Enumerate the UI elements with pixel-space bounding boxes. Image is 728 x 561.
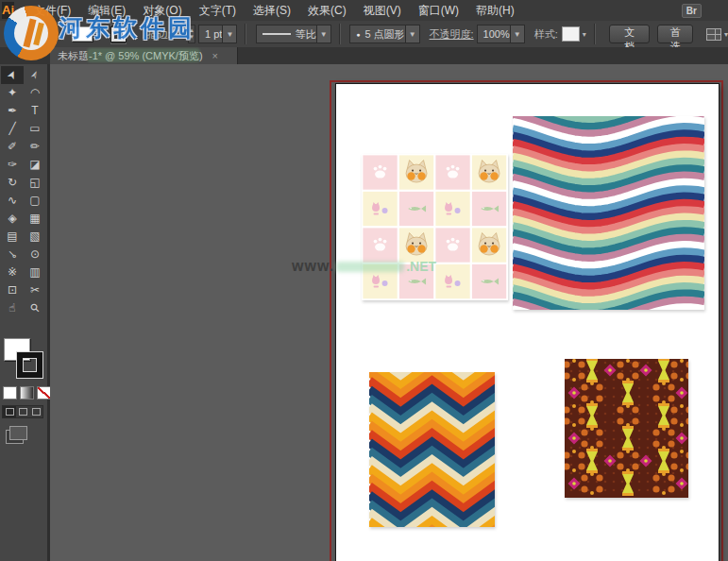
none-mode-button[interactable]	[37, 386, 51, 400]
mesh-tool[interactable]: ▤	[1, 228, 24, 246]
profile-value: 等比	[296, 27, 316, 42]
menu-item-window[interactable]: 窗口(W)	[410, 0, 467, 21]
bridge-button[interactable]: Br	[682, 4, 702, 18]
direct-selection-tool[interactable]: ➣	[24, 66, 46, 84]
line-segment-tool[interactable]: ╱	[1, 120, 24, 138]
pattern-swatch-ornate[interactable]	[565, 359, 688, 498]
artboard-tool[interactable]: ⊡	[1, 281, 24, 299]
drawing-modes-row	[2, 405, 43, 418]
magic-wand-tool-icon: ✦	[8, 86, 17, 99]
menu-item-effect[interactable]: 效果(C)	[299, 0, 355, 21]
close-tab-icon[interactable]: ×	[212, 50, 218, 61]
screen-mode-button[interactable]	[9, 426, 27, 440]
blob-brush-tool[interactable]: ✑	[1, 156, 24, 174]
hand-tool[interactable]: ☝	[1, 299, 24, 317]
mesh-tool-icon: ▤	[7, 230, 17, 243]
menu-item-type[interactable]: 文字(T)	[191, 0, 245, 21]
chevron-down-icon[interactable]: ▼	[405, 26, 419, 42]
draw-normal-button[interactable]	[3, 406, 16, 417]
stroke-swatch[interactable]	[17, 352, 42, 378]
eyedropper-tool[interactable]: ⊸	[1, 246, 24, 264]
eraser-tool-icon: ◪	[29, 158, 40, 171]
canvas-area[interactable]: www. .NET	[50, 64, 728, 561]
menu-item-select[interactable]: 选择(S)	[245, 0, 299, 21]
illustrator-window: Ai 文件(F)编辑(E)对象(O)文字(T)选择(S)效果(C)视图(V)窗口…	[0, 0, 728, 561]
eraser-tool[interactable]: ◪	[24, 156, 46, 174]
color-mode-button[interactable]	[3, 386, 17, 400]
direct-selection-tool-icon: ➣	[25, 67, 44, 83]
zoom-tool[interactable]: ⚲	[24, 299, 46, 317]
watermark-site-name: 河东软件园	[59, 12, 195, 43]
pen-tool[interactable]: ✒	[1, 102, 24, 120]
rectangle-tool[interactable]: ▭	[24, 120, 46, 138]
chevron-down-icon[interactable]: ▼	[222, 26, 236, 42]
opacity-value: 100%	[483, 28, 510, 40]
paintbrush-tool[interactable]: ✐	[1, 138, 24, 156]
type-tool[interactable]: T	[24, 102, 46, 120]
width-tool[interactable]: ∿	[1, 192, 24, 210]
hand-tool-icon: ☝	[8, 301, 15, 314]
blend-tool-icon: ⊙	[30, 247, 40, 261]
brush-value: 5 点圆形	[364, 27, 404, 42]
control-panel-menu-button[interactable]: ▾	[706, 28, 728, 41]
stroke-profile-icon	[262, 33, 291, 35]
perspective-grid-tool[interactable]: ▦	[24, 210, 46, 228]
blend-tool[interactable]: ⊙	[24, 246, 46, 264]
selection-tool-icon: ➤	[2, 67, 22, 83]
gradient-mode-button[interactable]	[20, 386, 34, 400]
type-tool-icon: T	[31, 104, 38, 117]
lasso-tool-icon: ◠	[30, 86, 40, 99]
line-segment-tool-icon: ╱	[8, 122, 15, 135]
symbol-sprayer-tool[interactable]: ※	[1, 264, 24, 281]
stroke-weight-select[interactable]: 1 pt ▼	[198, 25, 237, 43]
pencil-tool[interactable]: ✏	[24, 138, 46, 156]
eyedropper-tool-icon: ⊸	[3, 245, 23, 264]
panel-icon	[706, 28, 721, 41]
tools-grid: ➤➣✦◠✒T╱▭✐✏✑◪↻◱∿▢◈▦▤▧⊸⊙※▥⊡✂☝⚲	[0, 64, 47, 317]
pattern-swatch-cats[interactable]	[362, 154, 508, 300]
free-transform-tool[interactable]: ▢	[24, 192, 46, 210]
chevron-down-icon[interactable]: ▼	[316, 26, 330, 42]
opacity-select[interactable]: 100% ▼	[477, 25, 525, 43]
shape-builder-tool-icon: ◈	[8, 212, 16, 225]
paintbrush-tool-icon: ✐	[8, 140, 17, 153]
pen-tool-icon: ✒	[8, 104, 17, 117]
chevron-down-icon: ▾	[583, 30, 586, 39]
opacity-label[interactable]: 不透明度:	[430, 27, 474, 42]
rotate-tool-icon: ↻	[8, 176, 17, 189]
width-profile-select[interactable]: 等比 ▼	[256, 25, 331, 43]
document-setup-button[interactable]: 文档设置	[609, 25, 650, 43]
watermark-url: www. .NET	[292, 258, 436, 275]
draw-behind-button[interactable]	[16, 406, 29, 417]
pattern-swatch-waves[interactable]	[513, 116, 704, 310]
chevron-down-icon[interactable]: ▼	[510, 26, 524, 42]
zoom-tool-icon: ⚲	[25, 299, 44, 318]
free-transform-tool-icon: ▢	[29, 194, 40, 207]
gradient-tool[interactable]: ▧	[24, 228, 46, 246]
slice-tool[interactable]: ✂	[24, 281, 46, 299]
style-swatch-select[interactable]: ▾	[562, 26, 586, 42]
shape-builder-tool[interactable]: ◈	[1, 210, 24, 228]
chevron-down-icon: ▾	[724, 30, 728, 39]
style-label: 样式:	[534, 27, 558, 42]
column-graph-tool-icon: ▥	[29, 265, 40, 279]
magic-wand-tool[interactable]: ✦	[1, 84, 24, 102]
lasso-tool[interactable]: ◠	[24, 84, 46, 102]
width-tool-icon: ∿	[8, 194, 17, 207]
pattern-swatch-chevron[interactable]	[369, 372, 495, 527]
pencil-tool-icon: ✏	[30, 140, 40, 153]
stroke-weight-value: 1 pt	[205, 28, 222, 40]
menu-item-view[interactable]: 视图(V)	[355, 0, 410, 21]
slice-tool-icon: ✂	[30, 283, 40, 297]
watermark-tab-tint	[87, 48, 200, 62]
menu-item-help[interactable]: 帮助(H)	[467, 0, 523, 21]
brush-definition-select[interactable]: ● 5 点圆形 ▼	[349, 25, 419, 43]
column-graph-tool[interactable]: ▥	[24, 264, 46, 281]
rotate-tool[interactable]: ↻	[1, 174, 24, 192]
selection-tool[interactable]: ➤	[1, 66, 24, 84]
draw-inside-button[interactable]	[29, 406, 42, 417]
brush-dot-icon: ●	[356, 31, 360, 38]
scale-tool[interactable]: ◱	[24, 174, 46, 192]
watermark-url-suffix: .NET	[406, 259, 436, 274]
preferences-button[interactable]: 首选项	[657, 25, 693, 43]
